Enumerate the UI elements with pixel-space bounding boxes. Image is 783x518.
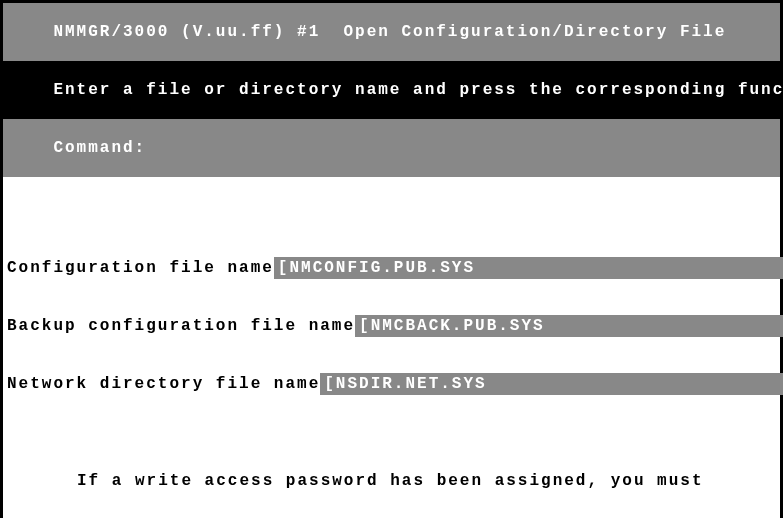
- backup-file-label: Backup configuration file name: [7, 317, 355, 335]
- title-bar: NMMGR/3000 (V.uu.ff) #1 Open Configurati…: [3, 3, 780, 61]
- info-line-1: If a write access password has been assi…: [77, 470, 776, 492]
- config-file-row: Configuration file name [NMCONFIG.PUB.SY…: [7, 257, 776, 279]
- config-file-label: Configuration file name: [7, 259, 274, 277]
- network-file-label: Network directory file name: [7, 375, 320, 393]
- command-prompt: Command:: [53, 139, 146, 157]
- backup-file-field[interactable]: [NMCBACK.PUB.SYS ]: [355, 315, 783, 337]
- network-file-field[interactable]: [NSDIR.NET.SYS ]: [320, 373, 783, 395]
- main-form: Configuration file name [NMCONFIG.PUB.SY…: [3, 177, 780, 518]
- network-file-row: Network directory file name [NSDIR.NET.S…: [7, 373, 776, 395]
- command-bar[interactable]: Command:: [3, 119, 780, 177]
- instruction-bar: Enter a file or directory name and press…: [3, 61, 780, 119]
- app-title: NMMGR/3000 (V.uu.ff) #1 Open Configurati…: [53, 23, 726, 41]
- backup-file-row: Backup configuration file name [NMCBACK.…: [7, 315, 776, 337]
- config-file-field[interactable]: [NMCONFIG.PUB.SYS ]: [274, 257, 783, 279]
- info-block: If a write access password has been assi…: [77, 425, 776, 518]
- terminal-screen: NMMGR/3000 (V.uu.ff) #1 Open Configurati…: [0, 0, 783, 518]
- instruction-text: Enter a file or directory name and press…: [53, 81, 783, 99]
